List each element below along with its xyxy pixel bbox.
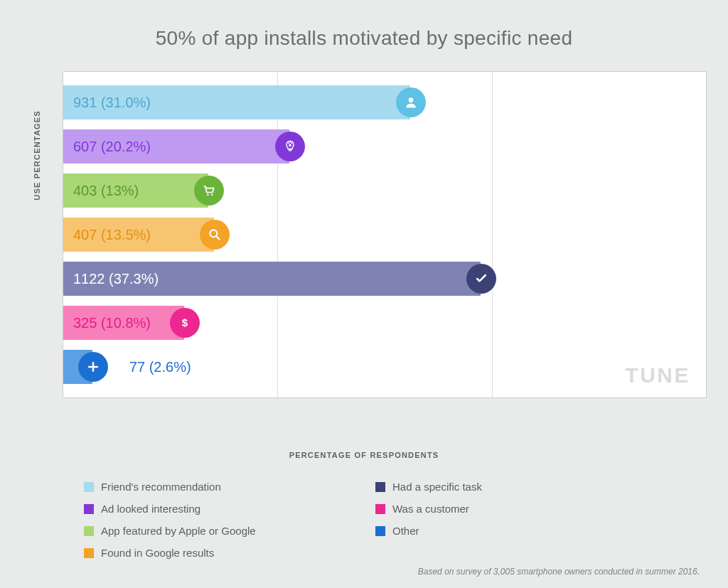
bar-value-label: 1122 (37.3%) xyxy=(73,271,159,287)
check-icon xyxy=(466,264,496,294)
legend-item: Other xyxy=(375,525,624,537)
bar: 403 (13%) xyxy=(63,173,208,208)
bar-value-label: 931 (31.0%) xyxy=(73,95,151,111)
bar-row: 407 (13.5%) xyxy=(63,218,706,252)
plus-icon xyxy=(78,352,108,382)
bar-row: 77 (2.6%) xyxy=(63,350,706,384)
chart-title: 50% of app installs motivated by specifi… xyxy=(21,27,707,50)
bar-value-label: 607 (20.2%) xyxy=(73,139,151,155)
dollar-icon xyxy=(170,308,200,338)
bar-value-label: 407 (13.5%) xyxy=(73,227,151,243)
x-axis-label: PERCENTAGE OF RESPONDENTS xyxy=(21,451,707,459)
legend-swatch xyxy=(84,548,94,558)
bar-row: 403 (13%) xyxy=(63,173,706,208)
chart-wrap: USE PERCENTAGES 931 (31.0%)607 (20.2%)40… xyxy=(63,71,707,419)
legend-label: Found in Google results xyxy=(101,547,214,559)
legend-item: Found in Google results xyxy=(84,547,333,559)
legend-item: Was a customer xyxy=(375,503,624,515)
bar-row: 931 (31.0%) xyxy=(63,85,706,119)
legend-swatch xyxy=(375,482,385,492)
watermark: TUNE xyxy=(625,363,690,387)
bar-value-label: 325 (10.8%) xyxy=(73,315,151,331)
legend-swatch xyxy=(375,526,385,536)
chart-footnote: Based on survey of 3,005 smartphone owne… xyxy=(418,567,700,577)
legend-swatch xyxy=(84,504,94,514)
legend-item: Ad looked interesting xyxy=(84,503,333,515)
legend-label: Was a customer xyxy=(392,503,469,515)
bar-row: 1122 (37.3%) xyxy=(63,262,706,296)
bar: 77 (2.6%) xyxy=(63,350,92,384)
bar-value-label: 77 (2.6%) xyxy=(129,359,191,375)
chart-plot-area: 931 (31.0%)607 (20.2%)403 (13%)407 (13.5… xyxy=(63,71,707,398)
legend-swatch xyxy=(84,526,94,536)
bars-container: 931 (31.0%)607 (20.2%)403 (13%)407 (13.5… xyxy=(63,72,706,397)
magnifier-icon xyxy=(200,220,230,250)
bar: 325 (10.8%) xyxy=(63,306,184,340)
legend-item: Had a specific task xyxy=(375,481,624,493)
cart-icon xyxy=(194,176,224,205)
bar: 607 (20.2%) xyxy=(63,129,289,164)
legend-swatch xyxy=(84,482,94,492)
bar: 931 (31.0%) xyxy=(63,85,410,119)
bar: 407 (13.5%) xyxy=(63,218,214,252)
legend-item: Friend's recommendation xyxy=(84,481,333,493)
legend-label: App featured by Apple or Google xyxy=(101,525,256,537)
person-icon xyxy=(396,87,426,117)
y-axis-label: USE PERCENTAGES xyxy=(33,110,41,201)
legend-label: Friend's recommendation xyxy=(101,481,221,493)
bar-row: 607 (20.2%) xyxy=(63,129,706,164)
legend-label: Other xyxy=(392,525,419,537)
bar-row: 325 (10.8%) xyxy=(63,306,706,340)
legend: Friend's recommendationHad a specific ta… xyxy=(84,481,624,559)
lightbulb-icon xyxy=(275,132,305,161)
bar: 1122 (37.3%) xyxy=(63,262,481,296)
bar-value-label: 403 (13%) xyxy=(73,183,139,199)
legend-swatch xyxy=(375,504,385,514)
legend-label: Ad looked interesting xyxy=(101,503,200,515)
legend-label: Had a specific task xyxy=(392,481,482,493)
legend-item: App featured by Apple or Google xyxy=(84,525,333,537)
